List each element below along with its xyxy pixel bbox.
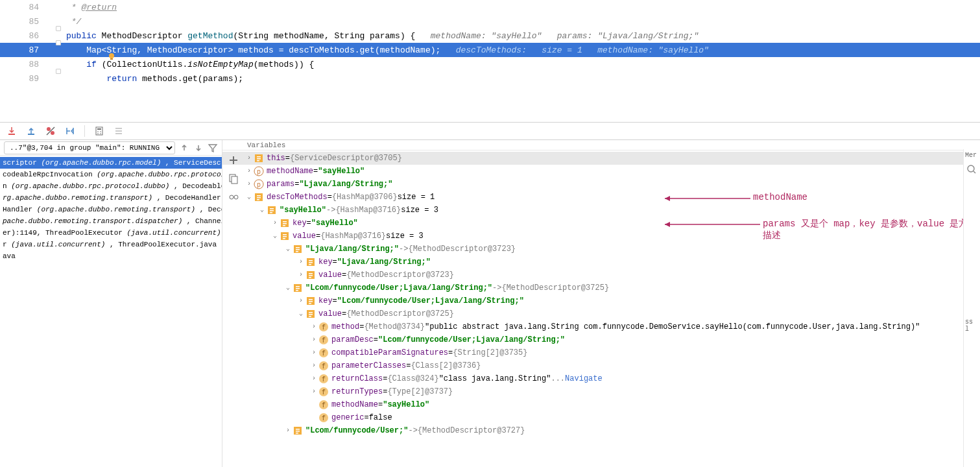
variable-row[interactable]: ›fcompatibleParamSignatures = {String[2]… [222, 346, 980, 359]
calculator-icon[interactable] [94, 126, 104, 136]
field-icon [305, 309, 316, 319]
expand-arrow-icon[interactable]: › [309, 359, 318, 372]
variable-row[interactable]: ›"Lcom/funnycode/User;" -> {MethodDescri… [222, 424, 980, 437]
expand-arrow-icon[interactable]: › [245, 178, 254, 191]
svg-line-92 [974, 171, 975, 173]
variable-row[interactable]: ›this = {ServiceDescriptor@3705} [222, 152, 980, 165]
variable-row[interactable]: ⌄"Ljava/lang/String;" -> {MethodDescript… [222, 243, 980, 256]
expand-arrow-icon[interactable]: › [296, 294, 305, 307]
next-frame-icon[interactable] [193, 143, 204, 153]
variable-row[interactable]: fmethodName = "sayHello" [222, 398, 980, 411]
expand-arrow-icon[interactable]: › [309, 333, 318, 346]
frame-item[interactable]: pache.dubbo.remoting.transport.dispatche… [0, 215, 222, 227]
svg-rect-68 [309, 316, 311, 317]
expand-arrow-icon[interactable]: ⌄ [283, 281, 293, 294]
ofield-icon: f [318, 400, 329, 410]
svg-rect-44 [283, 238, 285, 239]
expand-arrow-icon[interactable]: › [309, 346, 318, 359]
expand-arrow-icon[interactable]: › [245, 152, 254, 165]
class-icon [293, 244, 303, 254]
variable-row[interactable]: ⌄"Lcom/funnycode/User;Ljava/lang/String;… [222, 281, 980, 294]
variable-row[interactable]: ⌄"sayHello" -> {HashMap@3716} size = 3 [222, 204, 980, 217]
frame-item[interactable]: Handler (org.apache.dubbo.remoting.trans… [0, 204, 222, 215]
expand-arrow-icon[interactable]: › [309, 320, 318, 333]
expand-arrow-icon[interactable]: ⌄ [270, 230, 280, 243]
variable-row[interactable]: ⌄value = {MethodDescriptor@3725} [222, 307, 980, 320]
frame-item[interactable]: n (org.apache.dubbo.rpc.protocol.dubbo) … [0, 180, 222, 192]
copy-icon[interactable] [228, 173, 239, 184]
frame-item[interactable]: scriptor (org.apache.dubbo.rpc.model) , … [0, 157, 222, 169]
expand-arrow-icon[interactable]: ⌄ [257, 204, 267, 217]
ofield-icon: f [318, 387, 329, 397]
search-icon[interactable] [966, 164, 977, 174]
code-editor[interactable]: 84 * @return 85 */ 86 public MethodDescr… [0, 0, 980, 122]
frame-item[interactable]: ava [0, 250, 222, 262]
export-down-icon[interactable] [6, 126, 17, 136]
expand-arrow-icon[interactable]: › [309, 385, 318, 398]
variable-row[interactable]: ›pmethodName = "sayHello" [222, 165, 980, 178]
variable-row[interactable]: ›freturnTypes = {Type[2]@3737} [222, 385, 980, 398]
variable-row[interactable]: ›key = "Ljava/lang/String;" [222, 256, 980, 269]
expand-arrow-icon[interactable]: ⌄ [296, 307, 305, 320]
variable-row[interactable]: ›fmethod = {Method@3734} "public abstrac… [222, 320, 980, 333]
list-icon[interactable] [114, 126, 124, 136]
variable-row[interactable]: ⌄value = {HashMap@3716} size = 3 [222, 230, 980, 243]
svg-rect-48 [296, 251, 298, 252]
export-up-icon[interactable] [26, 126, 36, 136]
svg-rect-30 [257, 195, 261, 197]
svg-text:f: f [322, 389, 326, 396]
breakpoint-line[interactable]: 87 Map<String, MethodDescriptor> methods… [0, 43, 980, 57]
thread-selector[interactable]: ..7"@3,704 in group "main": RUNNING [4, 141, 175, 154]
frame-item[interactable]: rg.apache.dubbo.remoting.transport) , De… [0, 192, 222, 204]
svg-text:f: f [322, 415, 326, 422]
fold-marker[interactable] [56, 40, 61, 45]
intention-bulb-icon[interactable] [107, 52, 116, 61]
svg-rect-66 [309, 312, 313, 313]
fold-marker[interactable] [56, 26, 61, 31]
frame-item[interactable]: codeableRpcInvocation (org.apache.dubbo.… [0, 169, 222, 180]
expand-arrow-icon[interactable]: › [296, 256, 305, 269]
expand-arrow-icon[interactable]: ⌄ [245, 191, 254, 204]
svg-rect-62 [309, 299, 313, 300]
prev-frame-icon[interactable] [179, 143, 189, 153]
svg-rect-32 [257, 199, 259, 200]
variable-row[interactable]: ›pparams = "Ljava/lang/String;" [222, 178, 980, 191]
expand-arrow-icon[interactable]: › [296, 269, 305, 281]
svg-rect-58 [296, 286, 300, 287]
ofield-icon: f [318, 348, 329, 358]
field-icon [305, 270, 316, 280]
variable-row[interactable]: ›key = "sayHello" [222, 217, 980, 230]
variable-row[interactable]: ›key = "Lcom/funnycode/User;Ljava/lang/S… [222, 294, 980, 307]
expand-arrow-icon[interactable]: ⌄ [283, 243, 293, 256]
add-watch-icon[interactable] [228, 154, 239, 166]
navigate-link[interactable]: Navigate [565, 372, 603, 385]
variable-row[interactable]: ›fparamDesc = "Lcom/funnycode/User;Ljava… [222, 333, 980, 346]
frames-list[interactable]: scriptor (org.apache.dubbo.rpc.model) , … [0, 156, 222, 467]
svg-rect-67 [309, 314, 313, 315]
svg-rect-3 [28, 134, 34, 135]
mute-breakpoints-icon[interactable] [45, 126, 56, 136]
thread-dump-icon[interactable] [65, 126, 75, 136]
frame-item[interactable]: r (java.util.concurrent) , ThreadPoolExe… [0, 239, 222, 250]
variable-row[interactable]: ›value = {MethodDescriptor@3723} [222, 269, 980, 281]
variable-row[interactable]: ›freturnClass = {Class@324} "class java.… [222, 372, 980, 385]
expand-arrow-icon[interactable]: › [309, 372, 318, 385]
expand-arrow-icon[interactable]: › [270, 217, 280, 230]
variable-row[interactable]: fgeneric = false [222, 411, 980, 424]
variables-tree[interactable]: ›this = {ServiceDescriptor@3705}›pmethod… [222, 150, 980, 467]
ofield-icon: f [318, 335, 329, 345]
variable-row[interactable]: ⌄descToMethods = {HashMap@3706} size = 1 [222, 191, 980, 204]
svg-rect-64 [309, 303, 311, 304]
fold-marker[interactable] [56, 69, 61, 74]
filter-icon[interactable] [208, 143, 218, 153]
frame-item[interactable]: er):1149, ThreadPoolExecutor (java.util.… [0, 227, 222, 239]
variable-row[interactable]: ›fparameterClasses = {Class[2]@3736} [222, 359, 980, 372]
ofield-icon: f [318, 322, 329, 332]
ofield-icon: f [318, 413, 329, 423]
svg-rect-50 [309, 260, 313, 261]
glasses-icon[interactable] [228, 191, 239, 202]
expand-arrow-icon[interactable]: › [283, 424, 293, 437]
class-icon [254, 153, 264, 163]
line-number: 89 [0, 74, 52, 84]
expand-arrow-icon[interactable]: › [245, 165, 254, 178]
